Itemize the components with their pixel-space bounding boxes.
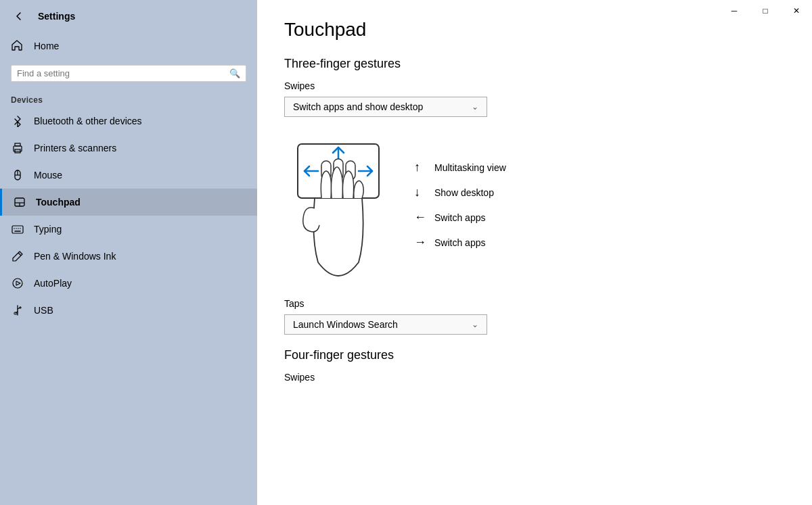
left-arrow-icon: ← (414, 210, 428, 224)
home-nav-item[interactable]: Home (0, 32, 257, 59)
typing-label: Typing (34, 224, 62, 235)
right-arrow-icon: → (414, 235, 428, 249)
chevron-down-icon: ⌄ (472, 102, 478, 112)
printers-label: Printers & scanners (34, 143, 116, 153)
svg-line-15 (18, 253, 21, 256)
taps-dropdown[interactable]: Launch Windows Search ⌄ (284, 314, 487, 335)
page-title: Touchpad (284, 19, 785, 41)
mouse-icon (11, 168, 24, 182)
svg-point-16 (13, 279, 22, 288)
down-arrow-icon: ↓ (414, 185, 428, 199)
sidebar: Settings Home 🔍 Devices Bluetooth & othe… (0, 0, 257, 505)
search-icon: 🔍 (229, 68, 240, 78)
sidebar-item-mouse[interactable]: Mouse (0, 162, 257, 189)
gesture-area: ↑ Multitasking view ↓ Show desktop ← Swi… (284, 130, 785, 279)
swipes-dropdown[interactable]: Switch apps and show desktop ⌄ (284, 97, 487, 117)
three-finger-section-title: Three-finger gestures (284, 57, 785, 71)
taps-label: Taps (284, 298, 785, 309)
gesture-row-up: ↑ Multitasking view (414, 160, 506, 174)
close-button[interactable]: ✕ (781, 0, 812, 22)
up-arrow-icon: ↑ (414, 160, 428, 174)
swipes-label: Swipes (284, 80, 785, 91)
search-box[interactable]: 🔍 (11, 65, 246, 82)
home-icon (11, 39, 24, 53)
maximize-button[interactable]: □ (750, 0, 781, 22)
gesture-row-right: → Switch apps (414, 235, 506, 249)
hand-illustration (284, 130, 392, 279)
devices-header: Devices (0, 87, 257, 107)
gesture-right-label: Switch apps (434, 237, 485, 248)
mouse-label: Mouse (34, 170, 62, 181)
usb-label: USB (34, 305, 53, 316)
search-input[interactable] (17, 68, 225, 78)
taps-dropdown-value: Launch Windows Search (293, 319, 398, 330)
taps-section: Taps Launch Windows Search ⌄ (284, 298, 785, 335)
usb-icon (11, 304, 24, 317)
touchpad-label: Touchpad (36, 197, 81, 208)
printer-icon (11, 141, 24, 155)
sidebar-titlebar: Settings (0, 0, 257, 32)
gesture-row-left: ← Switch apps (414, 210, 506, 224)
keyboard-icon (11, 222, 24, 236)
bluetooth-label: Bluetooth & other devices (34, 116, 142, 126)
home-label: Home (34, 41, 59, 51)
sidebar-item-usb[interactable]: USB (0, 297, 257, 324)
four-finger-section: Four-finger gestures Swipes (284, 348, 785, 383)
sidebar-title: Settings (38, 11, 75, 22)
four-swipes-label: Swipes (284, 372, 785, 383)
minimize-button[interactable]: ─ (719, 0, 750, 22)
touchpad-icon (13, 195, 26, 209)
bluetooth-icon (11, 114, 24, 128)
svg-rect-9 (12, 226, 23, 233)
sidebar-item-printers[interactable]: Printers & scanners (0, 135, 257, 162)
sidebar-item-typing[interactable]: Typing (0, 216, 257, 243)
gesture-up-label: Multitasking view (434, 162, 506, 173)
back-button[interactable] (11, 8, 27, 24)
svg-rect-1 (15, 143, 20, 146)
taps-chevron-down-icon: ⌄ (472, 320, 478, 329)
swipes-dropdown-value: Switch apps and show desktop (293, 101, 423, 112)
main-content: ─ □ ✕ Touchpad Three-finger gestures Swi… (257, 0, 812, 505)
four-finger-section-title: Four-finger gestures (284, 348, 785, 362)
autoplay-icon (11, 276, 24, 290)
pen-icon (11, 249, 24, 263)
gesture-left-label: Switch apps (434, 212, 485, 223)
sidebar-item-pen[interactable]: Pen & Windows Ink (0, 243, 257, 270)
window-controls: ─ □ ✕ (719, 0, 812, 22)
sidebar-item-bluetooth[interactable]: Bluetooth & other devices (0, 107, 257, 135)
autoplay-label: AutoPlay (34, 278, 72, 289)
gesture-row-down: ↓ Show desktop (414, 185, 506, 199)
sidebar-item-touchpad[interactable]: Touchpad (0, 189, 257, 216)
pen-label: Pen & Windows Ink (34, 251, 116, 262)
gesture-down-label: Show desktop (434, 187, 494, 198)
gesture-labels: ↑ Multitasking view ↓ Show desktop ← Swi… (414, 160, 506, 249)
sidebar-item-autoplay[interactable]: AutoPlay (0, 270, 257, 297)
